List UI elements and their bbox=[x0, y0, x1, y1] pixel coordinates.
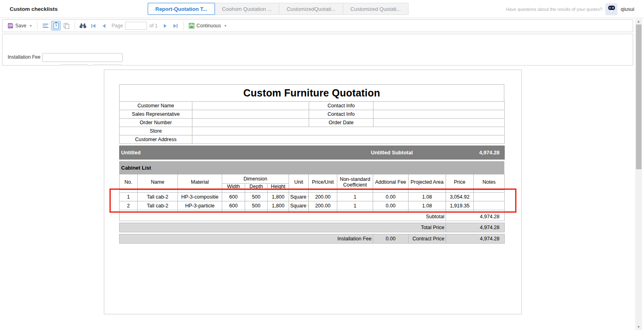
group-name: Untitled bbox=[120, 146, 338, 160]
cell-coefficient: 1 bbox=[337, 193, 373, 201]
table-row: Store bbox=[120, 127, 505, 135]
cell-height: 1,800 bbox=[268, 201, 289, 210]
cell-material: HP-3-particle bbox=[178, 201, 222, 210]
contract-price-value: 4,974.28 bbox=[446, 234, 505, 244]
page-number-input[interactable] bbox=[125, 22, 147, 30]
clipboard-question-icon: ? bbox=[54, 23, 59, 29]
cell-price: 1,919.35 bbox=[446, 201, 474, 210]
prev-page-button[interactable] bbox=[99, 21, 109, 31]
table-header-row: No. Name Material Dimension Unit Price/U… bbox=[120, 174, 505, 184]
cell-material: HP-3-compositie bbox=[178, 193, 222, 201]
next-page-button[interactable] bbox=[160, 21, 170, 31]
last-page-icon bbox=[173, 24, 178, 28]
chatbot-assistant-icon[interactable] bbox=[605, 3, 617, 15]
info-value bbox=[192, 135, 505, 144]
parameters-panel: Installation Fee Reset Submit bbox=[2, 34, 633, 66]
top-right-cluster: Have questions about the results of your… bbox=[506, 0, 634, 18]
cell-price: 3,054.92 bbox=[446, 193, 474, 201]
col-header-additional-fee: Addtional Fee bbox=[373, 174, 409, 190]
cell-name: Tall cab-2 bbox=[138, 201, 178, 210]
info-label: Customer Name bbox=[120, 102, 192, 110]
info-value bbox=[192, 119, 309, 127]
subtotal-value: 4,974.28 bbox=[446, 213, 505, 221]
report-parameters-button[interactable]: ? bbox=[51, 21, 61, 31]
save-button[interactable]: Save ▼ bbox=[6, 22, 34, 30]
cell-name: Tall cab-2 bbox=[138, 193, 178, 201]
scroll-down-icon[interactable]: ▼ bbox=[635, 324, 642, 330]
view-mode-chevron-down-icon: ▼ bbox=[224, 24, 227, 28]
total-price-row: Total Price 4,974.28 bbox=[119, 223, 505, 232]
vertical-scrollbar[interactable]: ▲ ▼ bbox=[635, 18, 642, 330]
group-subtotal-label: Untitled Subtotal bbox=[338, 146, 446, 160]
first-page-button[interactable] bbox=[89, 21, 98, 31]
cell-width: 600 bbox=[222, 193, 245, 201]
table-row: 1 Tall cab-2 HP-3-compositie 600 500 1,8… bbox=[120, 193, 505, 201]
report-viewer: Save ▼ ? bbox=[0, 18, 644, 330]
col-header-width: Width bbox=[222, 184, 245, 190]
tab-report-quotation[interactable]: Report-Quotation T... bbox=[148, 3, 215, 15]
export-layout-button[interactable] bbox=[41, 21, 50, 31]
table-row: 2 Tall cab-2 HP-3-particle 600 500 1,800… bbox=[120, 201, 505, 210]
installation-fee-label: Installation Fee bbox=[8, 54, 40, 60]
copy-pages-icon bbox=[64, 23, 70, 29]
col-header-height: Height bbox=[268, 184, 289, 190]
report-tabs: Report-Quotation T... Coohom Quotation .… bbox=[148, 3, 409, 15]
col-header-name: Name bbox=[138, 174, 178, 190]
page-count-label: of 1 bbox=[149, 23, 157, 29]
report-page: Custom Furniture Quotation Customer Name… bbox=[104, 70, 522, 314]
col-header-notes: Notes bbox=[474, 174, 505, 190]
scrollbar-thumb[interactable] bbox=[636, 25, 642, 169]
col-header-projected-area: Projected Area bbox=[409, 174, 446, 190]
quotation-document: Custom Furniture Quotation Customer Name… bbox=[119, 85, 504, 244]
cell-additional-fee: 0.00 bbox=[373, 193, 409, 201]
col-header-material: Material bbox=[178, 174, 222, 190]
info-label: Sales Representative bbox=[120, 110, 192, 119]
scroll-up-icon[interactable]: ▲ bbox=[635, 18, 642, 25]
info-value bbox=[374, 119, 505, 127]
robot-body-icon bbox=[610, 10, 613, 12]
info-value bbox=[192, 102, 309, 110]
cell-width: 600 bbox=[222, 201, 245, 210]
group-header-band: Untitled Untitled Subtotal 4,974.28 bbox=[119, 146, 505, 160]
contract-price-label: Contract Price bbox=[409, 234, 446, 244]
table-row: Order Number Order Date bbox=[120, 119, 505, 127]
installation-fee-footer-value: 0.00 bbox=[373, 234, 409, 244]
last-page-button[interactable] bbox=[171, 21, 180, 31]
contract-price-row: Installation Fee 0.00 Contract Price 4,9… bbox=[119, 234, 505, 244]
page-label: Page bbox=[111, 23, 123, 29]
info-value bbox=[192, 110, 309, 119]
robot-head-icon bbox=[608, 6, 615, 10]
col-header-price: Price bbox=[446, 174, 474, 190]
cell-price-unit: 200.00 bbox=[309, 201, 337, 210]
page-title: Custom checklists bbox=[10, 6, 58, 12]
view-mode-label: Continuous bbox=[196, 23, 221, 29]
tab-customized-quotation-2[interactable]: Customized Quotati... bbox=[343, 3, 409, 15]
toolbar-separator bbox=[74, 22, 75, 30]
copy-pages-button[interactable] bbox=[62, 21, 71, 31]
cell-no: 1 bbox=[120, 193, 138, 201]
cell-coefficient: 1 bbox=[337, 201, 373, 210]
binoculars-icon bbox=[79, 23, 87, 29]
document-title: Custom Furniture Quotation bbox=[120, 85, 504, 102]
info-value bbox=[192, 127, 505, 135]
info-label: Contact Info bbox=[309, 102, 374, 110]
col-header-price-unit: Price/Unit bbox=[309, 174, 337, 190]
quotation-title-block: Custom Furniture Quotation bbox=[119, 84, 504, 102]
cabinet-table: No. Name Material Dimension Unit Price/U… bbox=[119, 174, 505, 213]
installation-fee-input[interactable] bbox=[42, 53, 123, 62]
table-row: Customer Name Contact Info bbox=[120, 102, 505, 110]
help-question-text: Have questions about the results of your… bbox=[506, 7, 602, 12]
cell-price-unit: 200.00 bbox=[309, 193, 337, 201]
section-title: Cabinet List bbox=[120, 162, 504, 174]
view-mode-button[interactable]: Continuous ▼ bbox=[187, 22, 229, 30]
col-header-depth: Depth bbox=[245, 184, 268, 190]
next-page-icon bbox=[163, 24, 167, 28]
document-scroll-area[interactable]: Custom Furniture Quotation Customer Name… bbox=[0, 66, 634, 330]
col-header-dimension: Dimension bbox=[222, 174, 289, 184]
info-label: Store bbox=[120, 127, 192, 135]
tab-customized-quotation-1[interactable]: CustomizedQuotati... bbox=[279, 3, 343, 15]
tab-coohom-quotation[interactable]: Coohom Quotation ... bbox=[215, 3, 280, 15]
section-header-band: Cabinet List bbox=[119, 161, 504, 174]
prev-page-icon bbox=[102, 24, 106, 28]
search-button[interactable] bbox=[78, 21, 88, 31]
